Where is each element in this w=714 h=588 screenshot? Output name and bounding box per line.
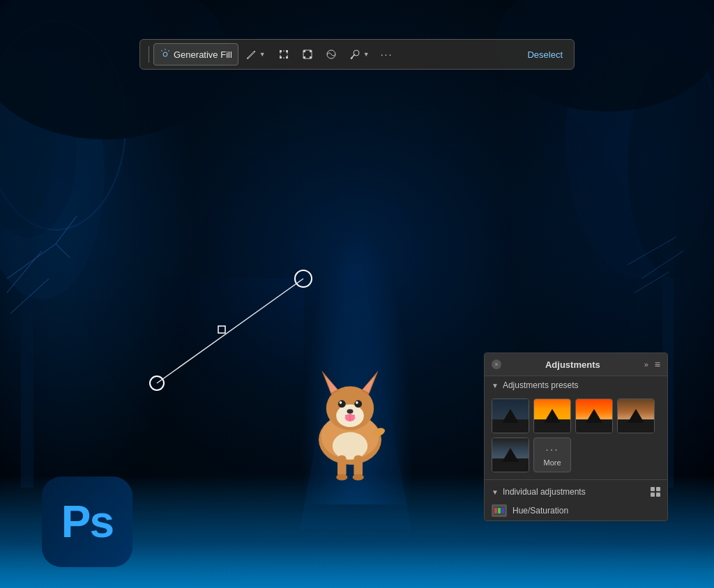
section-divider [485, 479, 667, 480]
svg-rect-64 [498, 508, 501, 513]
selection-line [143, 265, 317, 421]
svg-point-38 [347, 409, 354, 413]
svg-line-21 [157, 279, 303, 383]
svg-marker-32 [363, 376, 375, 392]
hue-saturation-icon [492, 504, 507, 517]
hue-saturation-label: Hue/Saturation [512, 506, 568, 516]
ps-text: Ps [61, 496, 113, 548]
panel-header: × Adjustments » ≡ [485, 353, 667, 376]
svg-point-44 [353, 474, 364, 481]
deselect-label: Deselect [527, 49, 563, 60]
svg-rect-56 [303, 50, 305, 52]
preset-thumb-4[interactable] [617, 399, 655, 433]
hue-saturation-item[interactable]: Hue/Saturation [485, 501, 667, 520]
panel-menu-icon[interactable]: ≡ [655, 359, 660, 370]
svg-rect-57 [310, 50, 312, 52]
transform-icon [278, 49, 289, 60]
svg-point-48 [168, 50, 169, 52]
svg-point-36 [340, 401, 342, 404]
presets-grid: ··· More [485, 394, 667, 477]
panel-close-button[interactable]: × [492, 359, 501, 369]
warp-icon [302, 49, 313, 60]
more-label: More [543, 458, 561, 467]
brush-tool-button[interactable]: ▼ [240, 43, 271, 65]
svg-point-37 [356, 401, 358, 404]
svg-point-61 [354, 50, 359, 56]
preset-thumb-1[interactable] [492, 399, 529, 433]
individual-section-header[interactable]: ▼ Individual adjustments [485, 483, 667, 501]
svg-rect-54 [280, 56, 282, 59]
presets-chevron-icon: ▼ [492, 382, 499, 389]
ps-logo: Ps [42, 477, 132, 567]
more-options-dots[interactable]: ··· [377, 49, 397, 60]
transform-tool-button[interactable] [273, 43, 295, 65]
svg-point-43 [336, 474, 347, 481]
svg-point-46 [163, 52, 167, 56]
svg-point-47 [161, 50, 162, 52]
collapse-icon[interactable]: » [644, 360, 649, 369]
svg-point-35 [354, 400, 362, 408]
svg-rect-58 [310, 56, 312, 59]
panel-header-icons: » ≡ [644, 359, 660, 370]
brush-icon [245, 49, 257, 60]
svg-rect-52 [286, 50, 288, 52]
generative-fill-button[interactable]: Generative Fill [153, 43, 238, 65]
warp-tool-button[interactable] [296, 43, 319, 65]
mask-icon [326, 49, 337, 60]
selection-line-svg [143, 265, 317, 418]
select-subject-icon [349, 49, 360, 60]
individual-section-label: Individual adjustments [503, 487, 586, 497]
deselect-button[interactable]: Deselect [522, 43, 568, 65]
preset-thumb-2[interactable] [533, 399, 571, 433]
dog-corgi [294, 358, 420, 497]
svg-rect-51 [280, 50, 282, 52]
svg-rect-23 [218, 326, 225, 333]
sparkle-icon [160, 49, 171, 60]
svg-rect-63 [494, 508, 497, 513]
presets-section-label: Adjustments presets [503, 380, 579, 390]
toolbar-divider-start [149, 46, 149, 63]
generative-fill-label: Generative Fill [174, 49, 232, 60]
svg-point-27 [333, 432, 367, 460]
panel-title: Adjustments [545, 359, 600, 370]
corgi-svg [294, 358, 406, 483]
svg-marker-31 [325, 376, 337, 392]
more-presets-button[interactable]: ··· More [533, 438, 571, 472]
close-icon: × [494, 361, 498, 368]
preset-thumb-5[interactable] [492, 438, 529, 472]
toolbar: Generative Fill ▼ [139, 39, 575, 70]
mask-tool-button[interactable] [320, 43, 342, 65]
svg-rect-42 [354, 456, 363, 478]
preset-thumb-3[interactable] [575, 399, 613, 433]
svg-rect-65 [501, 508, 504, 513]
svg-rect-53 [286, 56, 288, 59]
individual-chevron-icon: ▼ [492, 488, 499, 496]
grid-view-icon[interactable] [651, 487, 660, 497]
adjustments-panel: × Adjustments » ≡ ▼ Adjustments presets [484, 353, 668, 521]
svg-point-49 [165, 49, 166, 50]
svg-point-34 [338, 400, 346, 408]
presets-section-header[interactable]: ▼ Adjustments presets [485, 376, 667, 394]
svg-rect-41 [337, 456, 347, 478]
more-dots-icon: ··· [545, 444, 559, 456]
svg-rect-59 [303, 56, 305, 59]
select-subject-button[interactable]: ▼ [344, 43, 375, 65]
